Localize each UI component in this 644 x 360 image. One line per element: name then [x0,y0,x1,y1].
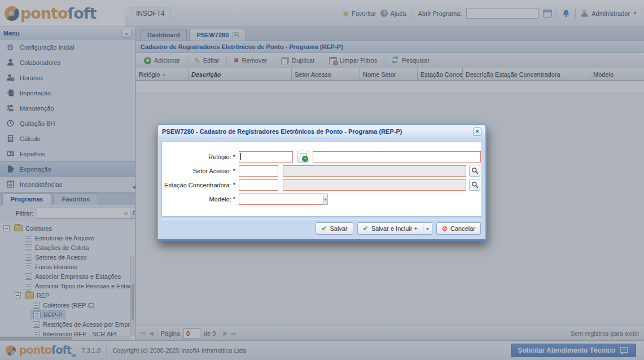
estacao-concentradora-label: Estação Concentradora: * [162,182,239,188]
split-chevron-down-icon[interactable]: ▼ [423,222,432,235]
relogio-label: Relógio: * [162,153,239,160]
relogio-input[interactable] [239,152,323,162]
form-row-setor-acesso: Setor Acesso: * [162,164,481,178]
chevron-down-icon[interactable]: ▼ [323,194,328,205]
deny-icon: ⊘ [442,225,448,232]
setor-acesso-input[interactable] [239,165,278,177]
dialog-footer: ✔Salvar ✔Salvar e Incluir + ▼ ⊘Cancelar [161,219,482,236]
relogio-spinner-field: ▲ ▼ [239,151,293,163]
lookup-magnifier-icon[interactable] [469,165,480,177]
form-row-modelo: Modelo: * ▼ [162,192,481,206]
app-screen: pontoſoft INSOFT4 ★ Favoritar ? Ajuda Ab… [0,0,644,360]
form-row-relogio: Relógio: * ▲ ▼ [162,150,481,164]
save-and-new-split-button: ✔Salvar e Incluir + ▼ [357,222,432,235]
button-label: Salvar [330,225,347,232]
dialog-form: Relógio: * ▲ ▼ Setor Acesso: * Estaç [161,141,482,217]
modelo-label: Modelo: * [162,196,239,203]
check-icon: ✔ [363,225,369,232]
dialog-title: PSEW7280 - Cadastro de Registradores Ele… [162,128,402,135]
new-record-icon-button[interactable] [297,151,309,163]
button-label: Cancelar [450,225,475,232]
modelo-combobox[interactable]: ▼ [239,194,308,205]
dialog-titlebar[interactable]: PSEW7280 - Cadastro de Registradores Ele… [158,125,485,138]
save-and-new-button[interactable]: ✔Salvar e Incluir + [357,222,423,235]
close-icon[interactable]: ✕ [473,128,481,136]
form-row-estacao-concentradora: Estação Concentradora: * [162,178,481,192]
estacao-description-readonly [283,179,466,191]
setor-acesso-label: Setor Acesso: * [162,168,239,174]
save-button[interactable]: ✔Salvar [316,222,353,235]
cancel-button[interactable]: ⊘Cancelar [436,222,481,235]
descricao-input[interactable] [313,151,481,163]
button-label: Salvar e Incluir + [371,225,418,232]
setor-acesso-description-readonly [283,165,466,177]
estacao-concentradora-input[interactable] [239,179,278,191]
check-icon: ✔ [321,225,327,232]
lookup-magnifier-icon[interactable] [469,179,480,191]
modelo-input[interactable] [239,194,323,205]
rep-p-dialog: PSEW7280 - Cadastro de Registradores Ele… [157,124,487,242]
